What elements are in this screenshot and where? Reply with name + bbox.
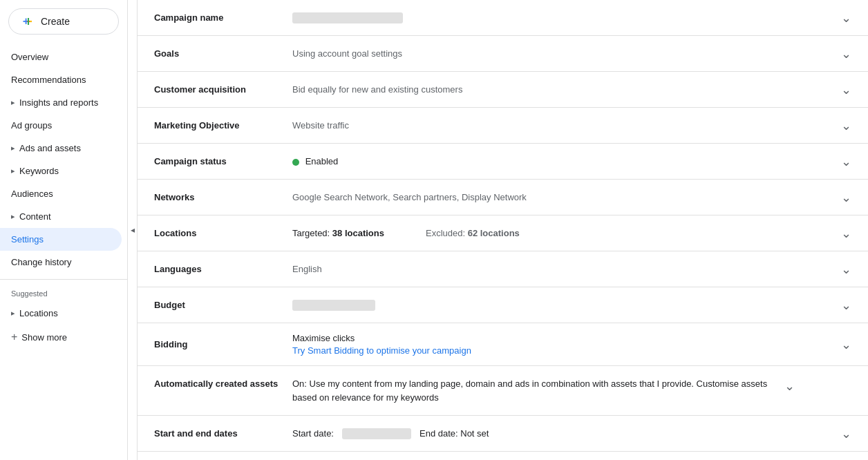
collapse-arrow-icon: ◂ — [131, 225, 135, 235]
google-plus-icon: + — [21, 15, 35, 28]
sidebar-item-label: Settings — [11, 234, 44, 245]
sidebar-item-label: Overview — [11, 52, 48, 62]
row-value-budget — [292, 300, 833, 311]
status-dot-enabled — [292, 159, 299, 166]
excluded-count: 62 locations — [468, 228, 520, 238]
row-label-campaign-name: Campaign name — [154, 12, 292, 23]
chevron-down-icon: ⌄ — [841, 10, 851, 26]
row-label-auto-assets: Automatically created assets — [154, 377, 292, 389]
row-label-languages: Languages — [154, 264, 292, 274]
chevron-down-icon: ⌄ — [841, 118, 851, 133]
sidebar-item-label: Recommendations — [11, 75, 86, 85]
row-label-locations: Locations — [154, 228, 292, 238]
row-label-budget: Budget — [154, 300, 292, 310]
sidebar-item-label: Keywords — [19, 166, 59, 176]
sidebar-item-label: Ads and assets — [19, 143, 81, 153]
sidebar-item-label: Content — [19, 211, 51, 222]
chevron-down-icon: ⌄ — [841, 46, 851, 61]
sidebar-item-ad-groups[interactable]: Ad groups — [0, 114, 122, 137]
row-label-marketing-objective: Marketing Objective — [154, 120, 292, 131]
sidebar-collapse-handle[interactable]: ◂ — [128, 0, 138, 460]
excluded-text: Excluded: — [426, 228, 468, 238]
settings-row-customer-acquisition[interactable]: Customer acquisition Bid equally for new… — [138, 72, 868, 108]
row-value-goals: Using account goal settings — [292, 48, 833, 59]
settings-row-networks[interactable]: Networks Google Search Network, Search p… — [138, 180, 868, 215]
chevron-down-icon: ⌄ — [841, 154, 851, 169]
row-value-campaign-name — [292, 12, 833, 23]
row-value-start-end-dates: Start date: End date: Not set — [292, 428, 833, 439]
row-value-bidding: Maximise clicks Try Smart Bidding to opt… — [292, 333, 833, 356]
settings-main: Campaign name ⌄ Goals Using account goal… — [138, 0, 868, 460]
row-value-auto-assets: On: Use my content from my landing page,… — [292, 377, 776, 404]
settings-row-languages[interactable]: Languages English ⌄ — [138, 251, 868, 287]
create-label: Create — [41, 16, 70, 27]
sidebar-item-ads-assets[interactable]: ▸ Ads and assets — [0, 137, 122, 160]
chevron-down-icon: ⌄ — [841, 82, 851, 97]
excluded-locations: Excluded: 62 locations — [426, 228, 520, 238]
sidebar-item-locations[interactable]: ▸ Locations — [0, 302, 122, 325]
chevron-icon: ▸ — [11, 212, 15, 221]
sidebar-item-audiences[interactable]: Audiences — [0, 182, 122, 205]
chevron-down-icon: ⌄ — [841, 226, 851, 241]
row-label-customer-acquisition: Customer acquisition — [154, 84, 292, 95]
row-label-goals: Goals — [154, 48, 292, 59]
blurred-budget — [292, 300, 375, 311]
sidebar-item-label: Change history — [11, 257, 71, 267]
create-button[interactable]: + Create — [8, 8, 119, 35]
chevron-down-icon: ⌄ — [841, 190, 851, 205]
start-date-label: Start date: — [292, 428, 334, 439]
sidebar: + Create Overview Recommendations ▸ Insi… — [0, 0, 128, 460]
chevron-icon: ▸ — [11, 166, 15, 175]
suggested-label: Suggested — [0, 285, 127, 302]
settings-row-locations[interactable]: Locations Targeted: 38 locations Exclude… — [138, 215, 868, 251]
blurred-start-date — [342, 428, 411, 439]
row-value-marketing-objective: Website traffic — [292, 120, 833, 131]
chevron-icon: ▸ — [11, 144, 15, 153]
chevron-down-icon: ⌄ — [784, 378, 795, 394]
sidebar-item-recommendations[interactable]: Recommendations — [0, 68, 122, 91]
sidebar-item-label: Locations — [19, 308, 58, 318]
show-more-button[interactable]: + Show more — [0, 325, 127, 349]
sidebar-item-insights[interactable]: ▸ Insights and reports — [0, 91, 122, 114]
settings-row-campaign-name[interactable]: Campaign name ⌄ — [138, 0, 868, 36]
targeted-count: 38 locations — [332, 228, 384, 238]
sidebar-item-keywords[interactable]: ▸ Keywords — [0, 160, 122, 182]
row-value-networks: Google Search Network, Search partners, … — [292, 192, 833, 202]
row-value-locations: Targeted: 38 locations Excluded: 62 loca… — [292, 228, 833, 238]
bidding-line2[interactable]: Try Smart Bidding to optimise your campa… — [292, 345, 833, 356]
sidebar-item-label: Insights and reports — [19, 97, 98, 108]
row-label-start-end-dates: Start and end dates — [154, 428, 292, 439]
chevron-icon: ▸ — [11, 309, 15, 318]
bidding-line1: Maximise clicks — [292, 333, 833, 343]
sidebar-item-content[interactable]: ▸ Content — [0, 205, 122, 228]
targeted-text: Targeted: — [292, 228, 332, 238]
sidebar-item-label: Ad groups — [11, 120, 52, 131]
settings-row-campaign-status[interactable]: Campaign status Enabled ⌄ — [138, 144, 868, 180]
blurred-campaign-name — [292, 12, 403, 23]
chevron-down-icon: ⌄ — [841, 337, 851, 352]
row-value-campaign-status: Enabled — [292, 156, 833, 166]
settings-row-start-end-dates[interactable]: Start and end dates Start date: End date… — [138, 416, 868, 452]
settings-row-marketing-objective[interactable]: Marketing Objective Website traffic ⌄ — [138, 108, 868, 144]
settings-row-bidding[interactable]: Bidding Maximise clicks Try Smart Biddin… — [138, 323, 868, 366]
sidebar-item-settings[interactable]: Settings — [0, 228, 122, 251]
settings-row-broad-match[interactable]: Broad match keyword Off: Use match types… — [138, 452, 868, 460]
chevron-down-icon: ⌄ — [841, 298, 851, 313]
row-label-bidding: Bidding — [154, 339, 292, 349]
settings-row-auto-assets[interactable]: Automatically created assets On: Use my … — [138, 366, 868, 416]
targeted-locations: Targeted: 38 locations — [292, 228, 384, 238]
chevron-icon: ▸ — [11, 98, 15, 107]
show-more-label: Show more — [21, 332, 67, 343]
sidebar-item-change-history[interactable]: Change history — [0, 251, 122, 274]
nav-divider — [0, 279, 127, 280]
chevron-down-icon: ⌄ — [841, 426, 851, 441]
sidebar-item-label: Audiences — [11, 189, 53, 199]
plus-icon: + — [11, 331, 17, 343]
settings-row-budget[interactable]: Budget ⌄ — [138, 287, 868, 323]
end-date-label: End date: Not set — [419, 428, 489, 439]
settings-row-goals[interactable]: Goals Using account goal settings ⌄ — [138, 36, 868, 72]
sidebar-item-overview[interactable]: Overview — [0, 46, 122, 68]
row-value-languages: English — [292, 264, 833, 274]
status-text-enabled: Enabled — [305, 156, 339, 166]
row-label-campaign-status: Campaign status — [154, 156, 292, 166]
